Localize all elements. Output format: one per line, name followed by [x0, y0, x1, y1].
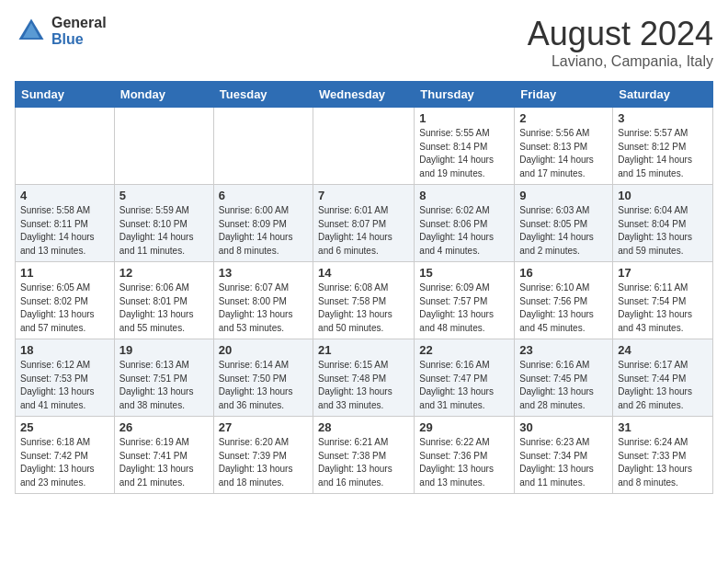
- weekday-header-thursday: Thursday: [415, 82, 515, 108]
- day-number: 14: [318, 266, 409, 280]
- calendar-cell: 27Sunrise: 6:20 AM Sunset: 7:39 PM Dayli…: [213, 417, 313, 494]
- calendar-cell: 17Sunrise: 6:11 AM Sunset: 7:54 PM Dayli…: [613, 262, 713, 339]
- day-number: 9: [519, 189, 608, 202]
- calendar-cell: 3Sunrise: 5:57 AM Sunset: 8:12 PM Daylig…: [613, 108, 713, 185]
- day-info: Sunrise: 6:09 AM Sunset: 7:57 PM Dayligh…: [419, 282, 509, 335]
- calendar-week-row: 4Sunrise: 5:58 AM Sunset: 8:11 PM Daylig…: [16, 185, 713, 262]
- weekday-header-tuesday: Tuesday: [213, 82, 313, 108]
- calendar-cell: 1Sunrise: 5:55 AM Sunset: 8:14 PM Daylig…: [415, 108, 515, 185]
- day-info: Sunrise: 6:17 AM Sunset: 7:44 PM Dayligh…: [618, 359, 708, 412]
- location-subtitle: Laviano, Campania, Italy: [528, 53, 713, 70]
- weekday-header-sunday: Sunday: [16, 82, 115, 108]
- day-info: Sunrise: 6:02 AM Sunset: 8:06 PM Dayligh…: [419, 204, 509, 258]
- day-number: 8: [419, 189, 509, 202]
- logo-general-label: General: [51, 15, 107, 31]
- day-number: 2: [519, 111, 608, 125]
- calendar-cell: 13Sunrise: 6:07 AM Sunset: 8:00 PM Dayli…: [213, 262, 313, 339]
- day-number: 19: [119, 343, 209, 357]
- day-info: Sunrise: 6:14 AM Sunset: 7:50 PM Dayligh…: [219, 359, 308, 412]
- calendar-cell: 10Sunrise: 6:04 AM Sunset: 8:04 PM Dayli…: [613, 185, 713, 262]
- day-number: 5: [119, 189, 209, 202]
- day-info: Sunrise: 6:21 AM Sunset: 7:38 PM Dayligh…: [318, 436, 409, 489]
- calendar-cell: 29Sunrise: 6:22 AM Sunset: 7:36 PM Dayli…: [415, 417, 515, 494]
- calendar-cell: 23Sunrise: 6:16 AM Sunset: 7:45 PM Dayli…: [515, 339, 613, 417]
- calendar-table: SundayMondayTuesdayWednesdayThursdayFrid…: [15, 81, 713, 494]
- calendar-cell: 21Sunrise: 6:15 AM Sunset: 7:48 PM Dayli…: [313, 339, 415, 417]
- calendar-week-row: 25Sunrise: 6:18 AM Sunset: 7:42 PM Dayli…: [16, 417, 713, 494]
- day-number: 4: [20, 189, 109, 202]
- day-number: 17: [618, 266, 708, 280]
- calendar-cell: [213, 108, 313, 185]
- month-year-title: August 2024: [528, 15, 713, 53]
- day-number: 12: [119, 266, 209, 280]
- day-info: Sunrise: 6:10 AM Sunset: 7:56 PM Dayligh…: [519, 282, 608, 335]
- day-number: 3: [618, 111, 708, 125]
- calendar-cell: 8Sunrise: 6:02 AM Sunset: 8:06 PM Daylig…: [415, 185, 515, 262]
- calendar-cell: 14Sunrise: 6:08 AM Sunset: 7:58 PM Dayli…: [313, 262, 415, 339]
- calendar-cell: 19Sunrise: 6:13 AM Sunset: 7:51 PM Dayli…: [114, 339, 213, 417]
- weekday-header-wednesday: Wednesday: [313, 82, 415, 108]
- calendar-cell: 30Sunrise: 6:23 AM Sunset: 7:34 PM Dayli…: [515, 417, 613, 494]
- day-info: Sunrise: 6:18 AM Sunset: 7:42 PM Dayligh…: [20, 436, 109, 489]
- day-number: 21: [318, 343, 409, 357]
- calendar-cell: 9Sunrise: 6:03 AM Sunset: 8:05 PM Daylig…: [515, 185, 613, 262]
- day-number: 22: [419, 343, 509, 357]
- day-info: Sunrise: 6:05 AM Sunset: 8:02 PM Dayligh…: [20, 282, 109, 335]
- calendar-cell: 6Sunrise: 6:00 AM Sunset: 8:09 PM Daylig…: [213, 185, 313, 262]
- calendar-week-row: 11Sunrise: 6:05 AM Sunset: 8:02 PM Dayli…: [16, 262, 713, 339]
- day-number: 15: [419, 266, 509, 280]
- day-number: 6: [219, 189, 308, 202]
- day-number: 23: [519, 343, 608, 357]
- calendar-cell: 24Sunrise: 6:17 AM Sunset: 7:44 PM Dayli…: [613, 339, 713, 417]
- calendar-cell: [313, 108, 415, 185]
- calendar-cell: 18Sunrise: 6:12 AM Sunset: 7:53 PM Dayli…: [16, 339, 115, 417]
- day-info: Sunrise: 6:07 AM Sunset: 8:00 PM Dayligh…: [219, 282, 308, 335]
- day-info: Sunrise: 6:15 AM Sunset: 7:48 PM Dayligh…: [318, 359, 409, 412]
- logo: General Blue: [15, 15, 107, 48]
- calendar-cell: 15Sunrise: 6:09 AM Sunset: 7:57 PM Dayli…: [415, 262, 515, 339]
- calendar-cell: 2Sunrise: 5:56 AM Sunset: 8:13 PM Daylig…: [515, 108, 613, 185]
- day-number: 1: [419, 111, 509, 125]
- calendar-cell: 26Sunrise: 6:19 AM Sunset: 7:41 PM Dayli…: [114, 417, 213, 494]
- day-number: 27: [219, 420, 308, 434]
- calendar-cell: 28Sunrise: 6:21 AM Sunset: 7:38 PM Dayli…: [313, 417, 415, 494]
- day-info: Sunrise: 5:57 AM Sunset: 8:12 PM Dayligh…: [618, 127, 708, 180]
- day-number: 25: [20, 420, 109, 434]
- calendar-cell: 20Sunrise: 6:14 AM Sunset: 7:50 PM Dayli…: [213, 339, 313, 417]
- day-info: Sunrise: 6:03 AM Sunset: 8:05 PM Dayligh…: [519, 204, 608, 258]
- day-info: Sunrise: 6:06 AM Sunset: 8:01 PM Dayligh…: [119, 282, 209, 335]
- day-number: 13: [219, 266, 308, 280]
- logo-text: General Blue: [51, 15, 107, 47]
- calendar-cell: 5Sunrise: 5:59 AM Sunset: 8:10 PM Daylig…: [114, 185, 213, 262]
- day-number: 11: [20, 266, 109, 280]
- calendar-week-row: 18Sunrise: 6:12 AM Sunset: 7:53 PM Dayli…: [16, 339, 713, 417]
- day-number: 7: [318, 189, 409, 202]
- day-info: Sunrise: 6:01 AM Sunset: 8:07 PM Dayligh…: [318, 204, 409, 258]
- day-info: Sunrise: 6:16 AM Sunset: 7:47 PM Dayligh…: [419, 359, 509, 412]
- day-number: 18: [20, 343, 109, 357]
- day-info: Sunrise: 6:22 AM Sunset: 7:36 PM Dayligh…: [419, 436, 509, 489]
- day-number: 24: [618, 343, 708, 357]
- day-info: Sunrise: 6:00 AM Sunset: 8:09 PM Dayligh…: [219, 204, 308, 258]
- day-number: 30: [519, 420, 608, 434]
- day-number: 10: [618, 189, 708, 202]
- page-header: General Blue August 2024 Laviano, Campan…: [15, 15, 713, 70]
- day-number: 29: [419, 420, 509, 434]
- calendar-cell: 12Sunrise: 6:06 AM Sunset: 8:01 PM Dayli…: [114, 262, 213, 339]
- weekday-header-saturday: Saturday: [613, 82, 713, 108]
- day-info: Sunrise: 5:55 AM Sunset: 8:14 PM Dayligh…: [419, 127, 509, 180]
- calendar-header: SundayMondayTuesdayWednesdayThursdayFrid…: [16, 82, 713, 108]
- day-info: Sunrise: 5:58 AM Sunset: 8:11 PM Dayligh…: [20, 204, 109, 258]
- day-number: 20: [219, 343, 308, 357]
- calendar-cell: [114, 108, 213, 185]
- day-info: Sunrise: 6:23 AM Sunset: 7:34 PM Dayligh…: [519, 436, 608, 489]
- calendar-cell: 7Sunrise: 6:01 AM Sunset: 8:07 PM Daylig…: [313, 185, 415, 262]
- calendar-week-row: 1Sunrise: 5:55 AM Sunset: 8:14 PM Daylig…: [16, 108, 713, 185]
- day-info: Sunrise: 6:04 AM Sunset: 8:04 PM Dayligh…: [618, 204, 708, 258]
- day-info: Sunrise: 6:08 AM Sunset: 7:58 PM Dayligh…: [318, 282, 409, 335]
- calendar-cell: 11Sunrise: 6:05 AM Sunset: 8:02 PM Dayli…: [16, 262, 115, 339]
- day-info: Sunrise: 5:59 AM Sunset: 8:10 PM Dayligh…: [119, 204, 209, 258]
- day-info: Sunrise: 6:24 AM Sunset: 7:33 PM Dayligh…: [618, 436, 708, 489]
- weekday-header-monday: Monday: [114, 82, 213, 108]
- day-info: Sunrise: 6:13 AM Sunset: 7:51 PM Dayligh…: [119, 359, 209, 412]
